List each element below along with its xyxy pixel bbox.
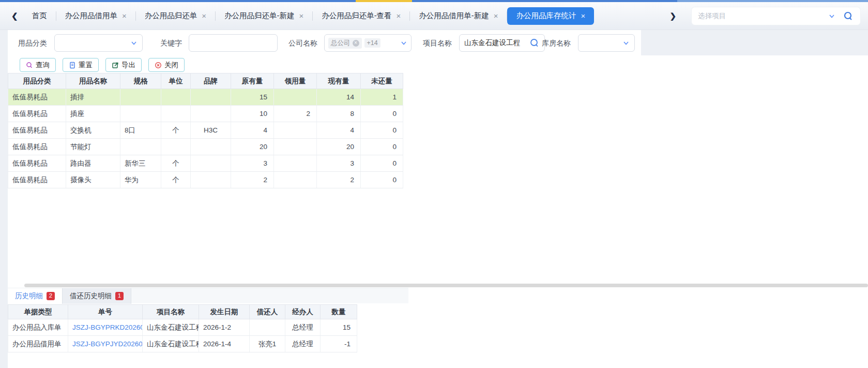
close-circle-icon xyxy=(155,62,162,69)
chevron-down-icon xyxy=(400,39,407,47)
tabs-scroll-right-icon[interactable]: ❯ xyxy=(664,11,681,21)
project-input-value: 山东金石建设工程 xyxy=(464,38,529,48)
tabs-scroll-left-icon[interactable]: ❮ xyxy=(6,11,23,21)
tab-item[interactable]: 办公用品归还单× xyxy=(136,7,215,25)
cell-category: 低值易耗品 xyxy=(8,106,66,122)
search-icon[interactable] xyxy=(529,38,540,48)
cell-spec xyxy=(120,89,161,106)
cell-name: 插排 xyxy=(66,89,120,106)
category-select[interactable] xyxy=(54,34,143,52)
cell-original-qty: 10 xyxy=(231,106,274,122)
cell-project: 山东金石建设工程 xyxy=(143,336,199,352)
cell-current-qty: 3 xyxy=(317,155,361,172)
keyword-input[interactable] xyxy=(194,39,272,47)
filter-label-company: 公司名称 xyxy=(288,34,317,52)
tab-label: 办公用品库存统计 xyxy=(516,11,576,21)
tab-close-icon[interactable]: × xyxy=(299,12,303,20)
company-tag-label: 总公司 xyxy=(331,39,351,48)
filter-label-warehouse: 库房名称 xyxy=(542,34,571,52)
cell-used-qty: 2 xyxy=(274,106,317,122)
cell-used-qty xyxy=(274,172,317,188)
column-header-project: 项目名称 xyxy=(143,305,199,319)
history-tab-active[interactable]: 历史明细2 xyxy=(8,288,63,304)
cell-doc-type: 办公用品借用单 xyxy=(8,336,68,352)
cell-name: 交换机 xyxy=(66,122,120,139)
tab-close-icon[interactable]: × xyxy=(581,12,585,20)
column-header-spec: 规格 xyxy=(120,73,161,89)
cell-unit: 个 xyxy=(161,122,191,139)
history-tabs: 历史明细2借还历史明细1 xyxy=(8,288,408,303)
cell-doc-no: JSZJ-BGYPJYD20260 xyxy=(68,336,143,352)
tab-bar: ❮ 首页办公用品借用单×办公用品归还单×办公用品归还单-新建×办公用品归还单-查… xyxy=(0,2,868,30)
table-row[interactable]: 办公用品入库单JSZJ-BGYPRKD20260山东金石建设工程2026-1-2… xyxy=(8,319,357,336)
header-row: 用品分类用品名称规格单位品牌原有量领用量现有量未还量 xyxy=(8,73,403,89)
table-row[interactable]: 低值易耗品交换机8口个H3C440 xyxy=(8,122,403,139)
cell-brand xyxy=(191,139,231,155)
cell-unit xyxy=(161,89,191,106)
export-button[interactable]: 导出 xyxy=(105,58,142,72)
company-multiselect[interactable]: 总公司 × +14 xyxy=(324,34,412,52)
tab-label: 办公用品归还单-查看 xyxy=(322,11,391,21)
tag-remove-icon[interactable]: × xyxy=(353,40,359,47)
tab-label: 办公用品借用单-新建 xyxy=(419,11,489,21)
export-button-label: 导出 xyxy=(121,61,135,70)
cell-spec: 8口 xyxy=(120,122,161,139)
cell-unreturned-qty: 0 xyxy=(361,139,403,155)
tab-label: 首页 xyxy=(32,11,47,21)
filter-row-spacer xyxy=(641,30,868,55)
tab-item[interactable]: 办公用品借用单-新建× xyxy=(410,7,507,25)
table-row[interactable]: 低值易耗品节能灯20200 xyxy=(8,139,403,155)
project-search-input[interactable]: 山东金石建设工程 xyxy=(459,34,545,52)
table-row[interactable]: 低值易耗品插座10280 xyxy=(8,106,403,122)
count-badge: 1 xyxy=(115,292,124,300)
tab-item[interactable]: 办公用品归还单-查看× xyxy=(313,7,409,25)
history-tab-item[interactable]: 借还历史明细1 xyxy=(63,288,131,304)
history-tab-label: 历史明细 xyxy=(15,291,43,301)
tab-item[interactable]: 首页 xyxy=(23,7,56,25)
history-table: 单据类型单号项目名称发生日期借还人经办人数量办公用品入库单JSZJ-BGYPRK… xyxy=(8,304,357,352)
column-header-current-qty: 现有量 xyxy=(317,73,361,89)
search-button[interactable]: 查询 xyxy=(20,58,56,72)
tab-close-icon[interactable]: × xyxy=(202,12,206,20)
tab-active[interactable]: 办公用品库存统计× xyxy=(507,7,594,25)
reset-button[interactable]: 重置 xyxy=(63,58,99,72)
cell-brand: H3C xyxy=(191,122,231,139)
filter-label-keyword: 关键字 xyxy=(160,34,182,52)
cell-doc-type: 办公用品入库单 xyxy=(8,319,68,336)
column-header-handler: 经办人 xyxy=(285,305,321,319)
table-row[interactable]: 低值易耗品摄像头华为个220 xyxy=(8,172,403,188)
tab-close-icon[interactable]: × xyxy=(494,12,498,20)
close-button[interactable]: 关闭 xyxy=(148,58,185,72)
cell-original-qty: 2 xyxy=(231,172,274,188)
column-header-unreturned-qty: 未还量 xyxy=(361,73,403,89)
cell-qty: -1 xyxy=(321,336,357,352)
cell-original-qty: 3 xyxy=(231,155,274,172)
tab-item[interactable]: 办公用品归还单-新建× xyxy=(216,7,312,25)
cell-used-qty xyxy=(274,155,317,172)
horizontal-scrollbar[interactable] xyxy=(24,284,868,287)
cell-unreturned-qty: 0 xyxy=(361,106,403,122)
cell-date: 2026-1-4 xyxy=(199,336,250,352)
count-badge: 2 xyxy=(47,292,55,300)
table-row[interactable]: 办公用品借用单JSZJ-BGYPJYD20260山东金石建设工程2026-1-4… xyxy=(8,336,357,352)
tab-close-icon[interactable]: × xyxy=(122,12,127,20)
cell-unreturned-qty: 0 xyxy=(361,155,403,172)
cell-spec xyxy=(120,106,161,122)
cell-handler: 总经理 xyxy=(285,319,321,336)
project-select[interactable]: 选择项目 xyxy=(692,7,860,25)
search-icon[interactable] xyxy=(843,10,854,22)
chevron-down-icon xyxy=(130,39,138,47)
filter-label-project: 项目名称 xyxy=(423,34,452,52)
doc-link[interactable]: JSZJ-BGYPRKD20260 xyxy=(72,323,143,331)
table-row[interactable]: 低值易耗品插排15141 xyxy=(8,89,403,106)
project-select-placeholder: 选择项目 xyxy=(698,11,828,21)
cell-unit: 个 xyxy=(161,155,191,172)
table-row[interactable]: 低值易耗品路由器新华三个330 xyxy=(8,155,403,172)
close-button-label: 关闭 xyxy=(164,61,178,70)
doc-link[interactable]: JSZJ-BGYPJYD20260 xyxy=(72,340,143,348)
warehouse-select[interactable] xyxy=(578,34,635,52)
tab-close-icon[interactable]: × xyxy=(397,12,401,20)
tab-item[interactable]: 办公用品借用单× xyxy=(56,7,135,25)
cell-current-qty: 4 xyxy=(317,122,361,139)
tab-label: 办公用品借用单 xyxy=(65,11,118,21)
